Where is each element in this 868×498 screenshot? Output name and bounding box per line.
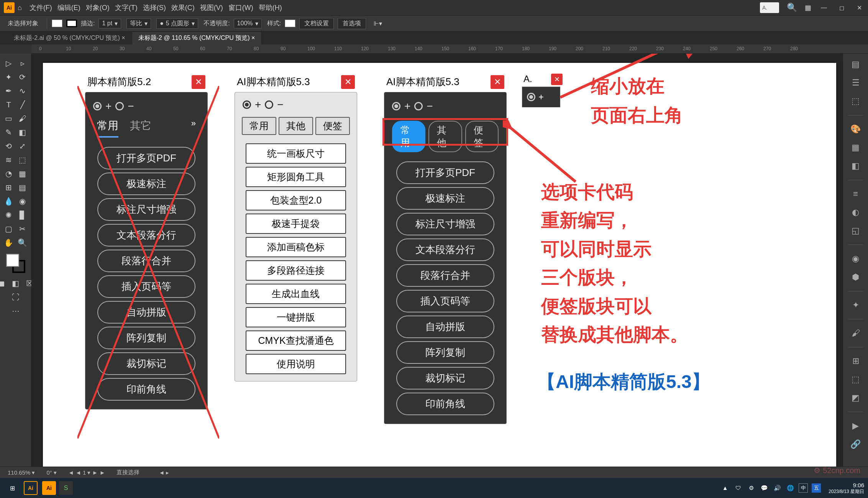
menu-file[interactable]: 文件(F) <box>30 3 52 12</box>
minimize-button[interactable]: — <box>819 4 829 12</box>
menu-help[interactable]: 帮助(H) <box>259 3 282 12</box>
panel2-tab-notes[interactable]: 便签 <box>315 117 350 135</box>
menu-effect[interactable]: 效果(C) <box>171 3 195 12</box>
minus-icon[interactable]: − <box>277 99 283 111</box>
align-icon[interactable]: ⊩▾ <box>374 20 382 27</box>
mesh-tool[interactable]: ⊞ <box>2 181 15 194</box>
blend-tool[interactable]: ◉ <box>16 195 29 208</box>
links-panel-icon[interactable]: 🔗 <box>849 437 863 451</box>
minus-icon[interactable]: − <box>427 100 433 112</box>
doc-tab-1[interactable]: 未标题-2.ai @ 50 % (CMYK/CPU 预览) × <box>8 32 131 44</box>
panel2-tab-common[interactable]: 常用 <box>242 117 276 135</box>
panel1-tab-common[interactable]: 常用 <box>97 118 118 138</box>
close-button[interactable]: ✕ <box>854 4 864 12</box>
panel1-btn-2[interactable]: 标注尺寸增强 <box>97 198 195 221</box>
radio-off-icon[interactable] <box>265 100 273 109</box>
curvature-tool[interactable]: ∿ <box>16 84 29 97</box>
panel3-btn-0[interactable]: 打开多页PDF <box>396 161 494 184</box>
stroke-swatch[interactable] <box>66 20 77 27</box>
menu-type[interactable]: 文字(T) <box>115 3 138 12</box>
panel3-btn-3[interactable]: 文本段落分行 <box>396 238 494 261</box>
line-tool[interactable]: ╱ <box>16 98 29 111</box>
style-swatch[interactable] <box>285 20 295 27</box>
panel2-btn-2[interactable]: 包装盒型2.0 <box>246 190 346 210</box>
more-icon[interactable]: » <box>191 118 196 138</box>
tray-icon-2[interactable]: 🛡 <box>733 483 743 493</box>
plus-icon[interactable]: + <box>105 100 112 112</box>
panel3-btn-2[interactable]: 标注尺寸增强 <box>396 213 494 235</box>
menu-edit[interactable]: 编辑(E) <box>57 3 80 12</box>
edit-toolbar-icon[interactable]: ⋯ <box>9 304 23 317</box>
panel3-btn-7[interactable]: 阵列复制 <box>396 341 494 364</box>
menu-select[interactable]: 选择(S) <box>143 3 166 12</box>
panel1-btn-8[interactable]: 裁切标记 <box>97 352 195 375</box>
panel2-btn-6[interactable]: 生成出血线 <box>246 284 346 304</box>
panel2-btn-0[interactable]: 统一画板尺寸 <box>246 143 346 164</box>
eyedropper-tool[interactable]: 💧 <box>2 195 15 208</box>
hand-tool[interactable]: ✋ <box>2 236 15 249</box>
properties-panel-icon[interactable]: ▤ <box>849 58 863 71</box>
panel1-btn-0[interactable]: 打开多页PDF <box>97 147 195 169</box>
radio-off-icon[interactable] <box>115 102 124 110</box>
panel3-btn-9[interactable]: 印前角线 <box>396 393 494 415</box>
taskbar-ai-1[interactable]: Ai <box>22 480 39 496</box>
menu-view[interactable]: 视图(V) <box>200 3 223 12</box>
paintbrush-tool[interactable]: 🖌 <box>16 112 29 125</box>
tray-network-icon[interactable]: 🌐 <box>786 483 795 493</box>
taskbar-ai-2[interactable]: Ai <box>41 480 57 496</box>
radio-on-icon[interactable] <box>392 102 400 110</box>
zoom-tool[interactable]: 🔍 <box>16 236 29 249</box>
free-transform-tool[interactable]: ⬚ <box>16 153 29 166</box>
search-input[interactable]: A. <box>760 2 779 13</box>
appearance-panel-icon[interactable]: ◉ <box>849 252 863 266</box>
plus-icon[interactable]: + <box>538 92 544 102</box>
color-guide-icon[interactable]: ◧ <box>849 159 863 173</box>
graphic-styles-icon[interactable]: ⬢ <box>849 270 863 284</box>
actions-panel-icon[interactable]: ▶ <box>849 419 863 433</box>
panel1-btn-9[interactable]: 印前角线 <box>97 378 195 401</box>
symbols-panel-icon[interactable]: ✦ <box>849 298 863 312</box>
tray-volume-icon[interactable]: 🔊 <box>773 483 782 493</box>
panel2-btn-5[interactable]: 多段路径连接 <box>246 260 346 281</box>
swatches-panel-icon[interactable]: ▦ <box>849 141 863 154</box>
scale-tool[interactable]: ⤢ <box>16 140 29 153</box>
fill-swatch[interactable] <box>52 20 62 27</box>
graph-tool[interactable]: ▊ <box>16 209 29 222</box>
radio-on-icon[interactable] <box>243 100 251 109</box>
radio-off-icon[interactable] <box>414 102 423 110</box>
perspective-tool[interactable]: ▦ <box>16 167 29 180</box>
rotate-tool[interactable]: ⟲ <box>2 140 15 153</box>
artboard-nav[interactable]: ◄ ◄ 1 ▾ ► ► <box>68 469 105 476</box>
opacity-dropdown[interactable]: 100%▾ <box>234 19 262 28</box>
eraser-tool[interactable]: ◧ <box>16 126 29 139</box>
panel4-close-button[interactable]: ✕ <box>551 74 563 85</box>
panel1-btn-7[interactable]: 阵列复制 <box>97 327 195 349</box>
arrange-icon[interactable]: ▦ <box>805 3 811 12</box>
panel2-btn-4[interactable]: 添加画稿色标 <box>246 237 346 257</box>
search-icon[interactable]: 🔍 <box>787 3 797 13</box>
tray-icon-3[interactable]: ⚙ <box>747 483 756 493</box>
transform-panel-icon[interactable]: ⬚ <box>849 373 863 386</box>
panel1-btn-3[interactable]: 文本段落分行 <box>97 224 195 247</box>
panel3-close-button[interactable]: ✕ <box>491 75 504 89</box>
panel3-btn-8[interactable]: 裁切标记 <box>396 367 494 390</box>
taskbar-app-3[interactable]: S <box>59 481 73 495</box>
artboard-tool[interactable]: ▢ <box>2 222 15 235</box>
menu-window[interactable]: 窗口(W) <box>228 3 253 12</box>
stroke-panel-icon[interactable]: ≡ <box>849 187 863 201</box>
panel2-btn-8[interactable]: CMYK查找潘通色 <box>246 330 346 351</box>
direct-selection-tool[interactable]: ▹ <box>16 57 29 70</box>
plus-icon[interactable]: + <box>255 99 261 111</box>
panel2-btn-1[interactable]: 矩形圆角工具 <box>246 167 346 187</box>
minus-icon[interactable]: − <box>128 100 134 112</box>
tray-icon-4[interactable]: 💬 <box>760 483 769 493</box>
fill-stroke-indicator[interactable] <box>6 254 25 273</box>
panel1-close-button[interactable]: ✕ <box>192 75 205 89</box>
selection-tool[interactable]: ▷ <box>2 57 15 70</box>
lasso-tool[interactable]: ⟳ <box>16 71 29 84</box>
color-panel-icon[interactable]: 🎨 <box>849 122 863 136</box>
panel2-btn-9[interactable]: 使用说明 <box>246 354 346 374</box>
gradient-tool[interactable]: ▤ <box>16 181 29 194</box>
magic-wand-tool[interactable]: ✦ <box>2 71 15 84</box>
doc-setup-button[interactable]: 文档设置 <box>299 18 334 29</box>
